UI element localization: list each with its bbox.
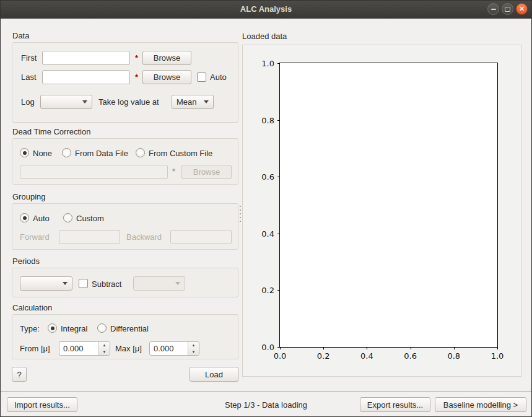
grouping-custom-label: Custom xyxy=(76,214,104,223)
x-tick-mark xyxy=(280,347,281,349)
plot-area[interactable]: 0.00.20.40.60.81.00.00.20.40.60.81.0 xyxy=(242,45,521,377)
import-results-button[interactable]: Import results... xyxy=(7,397,77,412)
chevron-down-icon xyxy=(82,100,87,103)
integral-label: Integral xyxy=(61,324,87,333)
take-log-combobox[interactable]: Mean xyxy=(172,95,214,109)
export-results-button[interactable]: Export results... xyxy=(360,397,430,412)
y-tick-label: 0.2 xyxy=(261,286,274,295)
dialog-content: Data First * Browse Last * Browse Auto L… xyxy=(1,18,531,416)
from-label: From [μ] xyxy=(20,344,50,353)
first-browse-label: Browse xyxy=(154,53,180,63)
y-tick-mark xyxy=(277,347,280,348)
minimize-icon xyxy=(491,9,496,10)
y-tick-label: 0.8 xyxy=(261,115,274,125)
alc-analysis-window: ALC Analysis ✕ Data First * Browse Last … xyxy=(0,0,532,417)
window-controls: ✕ xyxy=(487,3,528,15)
load-button[interactable]: Load xyxy=(190,367,238,382)
data-section-label: Data xyxy=(12,31,29,40)
grouping-groupbox: Auto Custom Forward Backward xyxy=(12,203,238,250)
y-tick-mark xyxy=(277,177,280,177)
dead-time-file-input xyxy=(20,165,168,179)
x-tick-label: 0.2 xyxy=(317,351,330,361)
dead-time-none-label: None xyxy=(33,149,52,158)
auto-checkbox-label: Auto xyxy=(210,72,227,82)
backward-label: Backward xyxy=(126,232,162,242)
x-tick-label: 0.8 xyxy=(447,351,460,361)
y-tick-mark xyxy=(277,290,280,291)
spin-down-icon[interactable]: ▼ xyxy=(188,349,199,356)
radio-dot-icon xyxy=(51,327,55,330)
subtract-checkbox[interactable] xyxy=(79,279,88,288)
chevron-down-icon xyxy=(175,282,180,285)
differential-radio[interactable] xyxy=(97,323,107,333)
calculation-groupbox: Type: Integral Differential From [μ] 0.0… xyxy=(12,314,238,359)
forward-label: Forward xyxy=(20,232,50,242)
take-log-combobox-value: Mean xyxy=(172,97,204,107)
x-tick-mark xyxy=(454,347,455,349)
dead-time-data-file-radio[interactable] xyxy=(62,148,71,157)
subtract-checkbox-label: Subtract xyxy=(92,279,121,289)
type-label: Type: xyxy=(20,324,40,333)
y-tick-label: 1.0 xyxy=(261,59,274,68)
grouping-auto-radio[interactable] xyxy=(20,213,29,222)
window-title: ALC Analysis xyxy=(1,1,531,18)
dead-time-none-radio[interactable] xyxy=(20,148,29,157)
backward-input xyxy=(170,230,232,244)
first-required-marker: * xyxy=(135,53,138,63)
spin-up-icon[interactable]: ▲ xyxy=(99,342,110,349)
data-groupbox: First * Browse Last * Browse Auto Log Ta… xyxy=(12,42,238,123)
footer-divider xyxy=(1,391,531,392)
from-spinbox[interactable]: 0.000 ▲▼ xyxy=(59,341,110,356)
first-run-input[interactable] xyxy=(42,51,130,65)
x-tick-mark xyxy=(497,347,498,349)
radio-dot-icon xyxy=(23,151,27,155)
maximize-button[interactable] xyxy=(502,3,513,15)
plot-axes: 0.00.20.40.60.81.00.00.20.40.60.81.0 xyxy=(279,63,498,348)
titlebar[interactable]: ALC Analysis ✕ xyxy=(1,1,531,19)
dead-time-browse-button: Browse xyxy=(181,165,232,179)
max-spinbox[interactable]: 0.000 ▲▼ xyxy=(149,341,199,356)
spin-up-icon[interactable]: ▲ xyxy=(188,342,199,349)
integral-radio[interactable] xyxy=(48,323,57,333)
close-button[interactable]: ✕ xyxy=(516,3,528,15)
baseline-modelling-button[interactable]: Baseline modelling > xyxy=(435,397,526,412)
last-browse-button[interactable]: Browse xyxy=(142,70,191,84)
x-tick-label: 1.0 xyxy=(491,351,504,361)
dead-time-custom-file-radio[interactable] xyxy=(136,148,145,157)
splitter-dots-icon xyxy=(240,206,241,224)
x-tick-label: 0.4 xyxy=(360,351,373,361)
spin-buttons[interactable]: ▲▼ xyxy=(98,342,110,355)
minimize-button[interactable] xyxy=(487,3,499,15)
import-results-label: Import results... xyxy=(14,400,70,410)
dead-time-custom-file-label: From Custom File xyxy=(149,149,212,158)
baseline-modelling-label: Baseline modelling > xyxy=(443,400,518,410)
spin-down-icon[interactable]: ▼ xyxy=(99,349,110,356)
grouping-section-label: Grouping xyxy=(12,192,45,201)
x-tick-mark xyxy=(367,347,367,349)
last-run-input[interactable] xyxy=(42,70,130,84)
dead-time-section-label: Dead Time Correction xyxy=(12,127,90,136)
x-tick-mark xyxy=(411,347,411,349)
y-tick-mark xyxy=(277,120,280,121)
dead-time-required-marker: * xyxy=(172,167,175,176)
load-button-label: Load xyxy=(205,370,223,379)
export-results-label: Export results... xyxy=(367,400,423,410)
dead-time-browse-label: Browse xyxy=(193,167,220,177)
y-tick-label: 0.4 xyxy=(261,229,274,238)
differential-label: Differential xyxy=(110,324,149,333)
take-log-value-label: Take log value at xyxy=(98,97,159,107)
grouping-custom-radio[interactable] xyxy=(63,213,72,222)
last-required-marker: * xyxy=(135,72,138,82)
splitter-handle[interactable] xyxy=(239,27,242,376)
help-button-label: ? xyxy=(17,370,21,379)
chevron-down-icon xyxy=(204,100,209,103)
subtract-period-combobox xyxy=(133,276,185,291)
first-browse-button[interactable]: Browse xyxy=(142,51,191,65)
spin-buttons[interactable]: ▲▼ xyxy=(188,342,199,355)
auto-checkbox[interactable] xyxy=(197,72,206,82)
maximize-icon xyxy=(505,7,510,12)
help-button[interactable]: ? xyxy=(12,367,27,382)
log-combobox[interactable] xyxy=(40,95,92,109)
radio-dot-icon xyxy=(23,216,27,220)
period-combobox[interactable] xyxy=(20,276,72,291)
